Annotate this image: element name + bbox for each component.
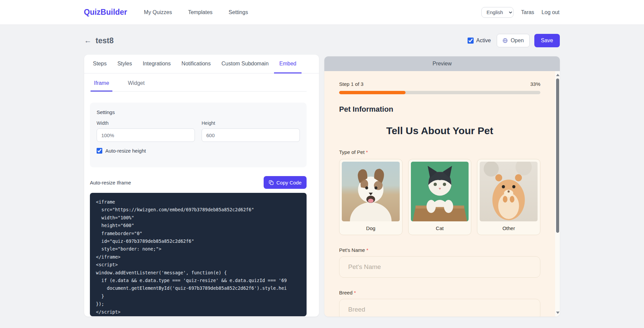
editor-tabs: Steps Styles Integrations Notifications … bbox=[84, 55, 319, 73]
scroll-up-icon[interactable] bbox=[556, 74, 559, 76]
active-checkbox[interactable] bbox=[468, 38, 474, 44]
back-arrow-icon[interactable]: ← bbox=[84, 36, 92, 45]
autoresize-toggle[interactable]: Auto-resize height bbox=[97, 148, 300, 154]
logout-link[interactable]: Log out bbox=[542, 9, 559, 15]
step-progress-row: Step 1 of 3 33% bbox=[339, 81, 540, 87]
code-line: }); bbox=[96, 300, 301, 308]
iframe-settings-box: Settings Width Height Auto-resize height bbox=[90, 103, 307, 167]
open-button[interactable]: Open bbox=[497, 34, 529, 47]
code-line: width="100%" bbox=[96, 214, 301, 222]
code-line: style="border: none;"> bbox=[96, 245, 301, 253]
required-asterisk: * bbox=[366, 149, 368, 155]
width-input[interactable] bbox=[97, 128, 195, 142]
nav-item-settings[interactable]: Settings bbox=[229, 9, 248, 15]
preview-panel: Preview Step 1 of 3 33% Pet Information … bbox=[324, 56, 560, 317]
step-title: Pet Information bbox=[339, 105, 540, 114]
embed-subtabs: Iframe Widget bbox=[90, 73, 307, 92]
active-toggle[interactable]: Active bbox=[468, 38, 491, 44]
pet-name-label: Pet's Name * bbox=[339, 247, 540, 253]
code-line: </script> bbox=[96, 308, 301, 316]
nav-links: My Quizzes Templates Settings bbox=[144, 9, 248, 15]
language-select[interactable]: English bbox=[481, 7, 514, 18]
breed-input[interactable] bbox=[339, 299, 540, 317]
pet-type-options: Dog bbox=[339, 159, 540, 235]
option-label-dog: Dog bbox=[339, 221, 402, 235]
subtab-iframe[interactable]: Iframe bbox=[91, 80, 112, 92]
preview-scrollbar-thumb[interactable] bbox=[556, 78, 559, 233]
page-title: test8 bbox=[96, 36, 114, 45]
code-line: document.getElementById('quiz-697b3789de… bbox=[96, 284, 301, 292]
option-label-other: Other bbox=[477, 221, 540, 235]
navbar-right: English Taras Log out bbox=[481, 7, 559, 18]
nav-item-templates[interactable]: Templates bbox=[188, 9, 213, 15]
option-label-cat: Cat bbox=[409, 221, 471, 235]
tab-integrations[interactable]: Integrations bbox=[138, 55, 176, 73]
open-button-label: Open bbox=[511, 38, 524, 44]
height-field: Height bbox=[202, 120, 300, 142]
code-line: } bbox=[96, 292, 301, 300]
height-input[interactable] bbox=[202, 128, 300, 142]
preview-progress-fill bbox=[339, 91, 406, 94]
breed-label: Breed * bbox=[339, 290, 540, 295]
settings-title: Settings bbox=[97, 109, 300, 115]
question-title: Tell Us About Your Pet bbox=[339, 125, 540, 136]
tab-embed[interactable]: Embed bbox=[274, 55, 302, 73]
preview-body: Step 1 of 3 33% Pet Information Tell Us … bbox=[324, 71, 560, 317]
app-logo[interactable]: QuizBuilder bbox=[84, 8, 127, 17]
username-label: Taras bbox=[521, 9, 534, 15]
code-line: height="600" bbox=[96, 222, 301, 229]
embed-code-block[interactable]: <iframe src="https://kwizgen.com/embed/6… bbox=[90, 193, 307, 316]
option-card-dog[interactable]: Dog bbox=[339, 159, 402, 235]
autoresize-checkbox[interactable] bbox=[97, 148, 102, 154]
active-label: Active bbox=[476, 38, 491, 44]
tab-steps[interactable]: Steps bbox=[88, 55, 112, 73]
code-section-title: Auto-resize Iframe bbox=[90, 180, 131, 185]
preview-header: Preview bbox=[324, 56, 560, 71]
preview-scrollbar[interactable] bbox=[555, 71, 560, 317]
embed-tab-content: Iframe Widget Settings Width Height Auto… bbox=[84, 73, 319, 316]
copy-code-button[interactable]: Copy Code bbox=[264, 176, 307, 189]
copy-icon bbox=[269, 180, 274, 185]
width-field: Width bbox=[97, 120, 195, 142]
code-line: src="https://kwizgen.com/embed/697b3789d… bbox=[96, 206, 301, 214]
pet-name-text: Pet's Name bbox=[339, 247, 365, 253]
copy-code-label: Copy Code bbox=[276, 180, 302, 185]
pet-name-input[interactable] bbox=[339, 256, 540, 278]
height-label: Height bbox=[202, 120, 300, 126]
cat-photo bbox=[411, 162, 469, 221]
header-actions: Active Open Save bbox=[468, 34, 560, 47]
required-asterisk: * bbox=[366, 247, 368, 253]
page-header: ← test8 Active Open Save bbox=[84, 33, 560, 48]
code-line: </iframe> bbox=[96, 253, 301, 261]
progress-percent-label: 33% bbox=[530, 81, 540, 87]
size-fields-row: Width Height bbox=[97, 120, 300, 142]
tab-custom-subdomain[interactable]: Custom Subdomain bbox=[216, 55, 274, 73]
option-card-other[interactable]: Other bbox=[477, 159, 540, 235]
code-line: frameborder="0" bbox=[96, 230, 301, 237]
required-asterisk: * bbox=[354, 290, 356, 295]
code-line: id="quiz-697b3789deb85a852c2d62f6" bbox=[96, 237, 301, 245]
code-header-row: Auto-resize Iframe Copy Code bbox=[90, 176, 307, 189]
globe-icon bbox=[502, 38, 508, 43]
tab-notifications[interactable]: Notifications bbox=[176, 55, 216, 73]
option-card-cat[interactable]: Cat bbox=[408, 159, 472, 235]
code-line: <iframe bbox=[96, 198, 301, 206]
editor-card: Steps Styles Integrations Notifications … bbox=[84, 55, 319, 317]
code-line: if (e.data && e.data.type === 'quiz-resi… bbox=[96, 277, 301, 284]
type-of-pet-label: Type of Pet * bbox=[339, 149, 540, 155]
breed-text: Breed bbox=[339, 290, 353, 295]
hamster-photo bbox=[480, 162, 538, 221]
progress-bar-track bbox=[339, 91, 540, 94]
nav-item-my-quizzes[interactable]: My Quizzes bbox=[144, 9, 172, 15]
width-label: Width bbox=[97, 120, 195, 126]
top-navbar: QuizBuilder My Quizzes Templates Setting… bbox=[0, 0, 644, 25]
tab-styles[interactable]: Styles bbox=[112, 55, 138, 73]
code-line: window.addEventListener('message', funct… bbox=[96, 269, 301, 277]
scroll-down-icon[interactable] bbox=[556, 312, 559, 314]
subtab-widget[interactable]: Widget bbox=[124, 80, 148, 92]
step-indicator: Step 1 of 3 bbox=[339, 81, 364, 87]
autoresize-label: Auto-resize height bbox=[105, 148, 146, 154]
type-of-pet-text: Type of Pet bbox=[339, 149, 365, 155]
save-button[interactable]: Save bbox=[534, 34, 560, 47]
dog-photo bbox=[342, 162, 400, 221]
